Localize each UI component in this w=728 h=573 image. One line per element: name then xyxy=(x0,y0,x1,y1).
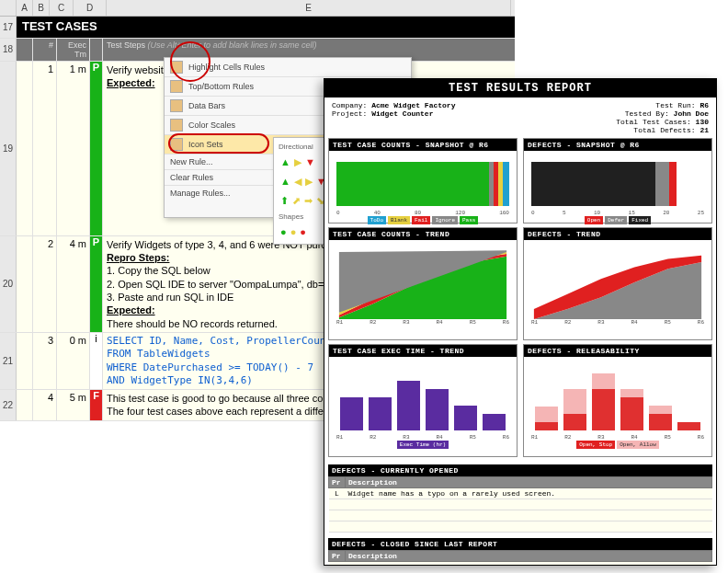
chart-exec-time: TEST CASE EXEC TIME - TREND R1R2R3R4R5R6… xyxy=(328,344,518,457)
row-header[interactable]: 22 xyxy=(0,390,17,420)
case-num: 3 xyxy=(33,333,57,389)
annotation-circle xyxy=(170,41,210,82)
status-pass: P xyxy=(90,236,103,332)
case-exec: 4 m xyxy=(57,236,90,332)
col-C[interactable]: C xyxy=(50,0,74,16)
closed-defects-table: PrDescription M(12) Humdingers were brok… xyxy=(328,550,712,566)
row-header[interactable]: 18 xyxy=(0,39,17,61)
row-header[interactable]: 17 xyxy=(0,17,17,38)
report-meta: Company: Acme Widget Factory Project: Wi… xyxy=(324,97,716,138)
case-num: 2 xyxy=(33,236,57,332)
table-row: LWidget name has a typo on a rarely used… xyxy=(329,488,712,499)
case-num: 4 xyxy=(33,390,57,420)
databars-icon xyxy=(170,99,183,112)
hdr-exec: Exec Tm xyxy=(57,39,90,61)
column-headers: A B C D E xyxy=(0,0,515,17)
col-E[interactable]: E xyxy=(107,0,511,16)
row-header[interactable]: 20 xyxy=(0,236,17,332)
report-title: TEST RESULTS REPORT xyxy=(324,79,716,97)
hdr-stat xyxy=(90,39,103,61)
section-open-defects: DEFECTS - CURRENTLY OPENED xyxy=(328,464,712,476)
chart-testcase-trend: TEST CASE COUNTS - TREND R1R2R3R4R5R6 xyxy=(328,227,518,340)
case-exec: 1 m xyxy=(57,62,90,235)
topbottom-icon xyxy=(170,80,183,93)
chart-testcase-snapshot: TEST CASE COUNTS - SNAPSHOT @ R6 0408012… xyxy=(328,138,518,223)
chart-defects-trend: DEFECTS - TREND R1R2R3R4R5R6 xyxy=(523,227,712,340)
section-title: TEST CASES xyxy=(17,17,515,38)
row-header[interactable]: 21 xyxy=(0,333,17,389)
chart-releasability: DEFECTS - RELEASABILITY R1R2R3R4R5R6 Ope… xyxy=(523,344,712,457)
status-ignore: i xyxy=(90,333,103,389)
case-num: 1 xyxy=(33,62,57,235)
hdr-num: # xyxy=(33,39,57,61)
colorscales-icon xyxy=(170,119,183,132)
open-defects-table: PrDescription LWidget name has a typo on… xyxy=(328,476,712,533)
case-exec: 0 m xyxy=(57,333,90,389)
chart-defects-snapshot: DEFECTS - SNAPSHOT @ R6 0510152025 Open … xyxy=(523,138,712,223)
annotation-circle xyxy=(168,133,269,154)
row-header[interactable]: 19 xyxy=(0,62,17,235)
test-results-report: TEST RESULTS REPORT Company: Acme Widget… xyxy=(324,78,717,566)
col-B[interactable]: B xyxy=(33,0,50,16)
col-A[interactable]: A xyxy=(17,0,33,16)
table-row: M(12) Humdingers were broken in the data… xyxy=(329,562,712,567)
status-pass: P xyxy=(90,62,103,235)
case-exec: 5 m xyxy=(57,390,90,420)
status-fail: F xyxy=(90,390,103,420)
col-D[interactable]: D xyxy=(74,0,107,16)
section-closed-defects: DEFECTS - CLOSED SINCE LAST REPORT xyxy=(328,538,712,550)
